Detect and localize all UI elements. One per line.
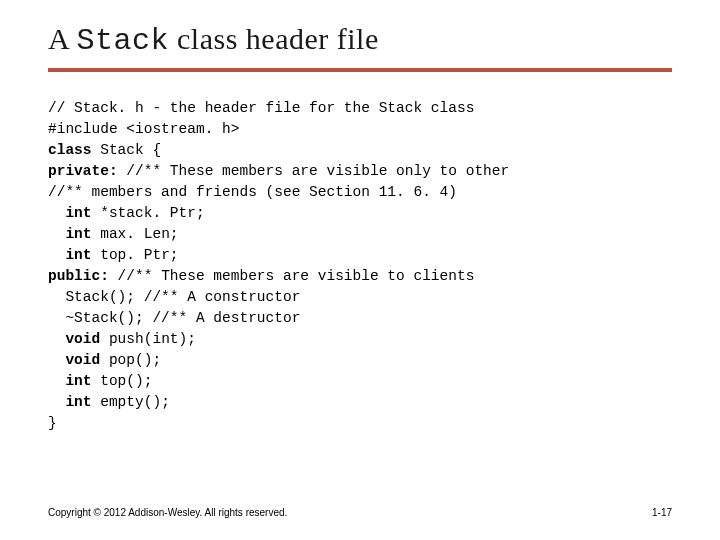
code-line: //** These members are visible to client… <box>109 268 474 284</box>
title-suffix: class header file <box>169 22 379 55</box>
code-line: max. Len; <box>92 226 179 242</box>
code-kw: int <box>48 373 92 389</box>
code-line: pop(); <box>100 352 161 368</box>
code-line: ~Stack(); //** A destructor <box>48 310 300 326</box>
code-line: } <box>48 415 57 431</box>
code-kw: int <box>48 394 92 410</box>
code-kw: private: <box>48 163 118 179</box>
code-kw: public: <box>48 268 109 284</box>
code-line: //** members and friends (see Section 11… <box>48 184 457 200</box>
copyright-text: Copyright © 2012 Addison-Wesley. All rig… <box>48 507 287 518</box>
title-rule <box>48 68 672 72</box>
code-line: push(int); <box>100 331 196 347</box>
code-line: //** These members are visible only to o… <box>118 163 510 179</box>
code-line: empty(); <box>92 394 170 410</box>
page-number: 1-17 <box>652 507 672 518</box>
title-mono: Stack <box>77 24 170 58</box>
title-prefix: A <box>48 22 77 55</box>
code-kw: void <box>48 352 100 368</box>
slide: A Stack class header file // Stack. h - … <box>0 0 720 540</box>
code-line: top(); <box>92 373 153 389</box>
code-kw: int <box>48 226 92 242</box>
code-kw: int <box>48 247 92 263</box>
code-line: #include <iostream. h> <box>48 121 239 137</box>
code-kw: int <box>48 205 92 221</box>
code-line: Stack(); //** A constructor <box>48 289 300 305</box>
code-kw: void <box>48 331 100 347</box>
code-line: // Stack. h - the header file for the St… <box>48 100 474 116</box>
code-line: *stack. Ptr; <box>92 205 205 221</box>
footer: Copyright © 2012 Addison-Wesley. All rig… <box>48 507 672 518</box>
code-line: Stack { <box>92 142 162 158</box>
code-line: top. Ptr; <box>92 247 179 263</box>
code-block: // Stack. h - the header file for the St… <box>48 98 672 434</box>
slide-title: A Stack class header file <box>48 22 672 58</box>
code-kw: class <box>48 142 92 158</box>
